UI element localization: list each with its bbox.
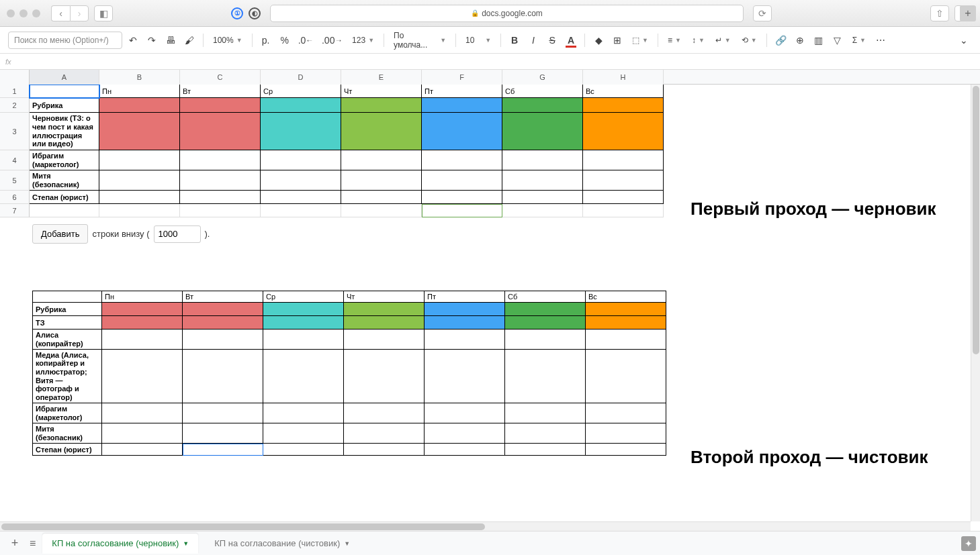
cell-C1[interactable]: Вт [180, 85, 261, 98]
row-header-7[interactable]: 7 [0, 204, 30, 217]
cell-B2[interactable] [99, 98, 180, 113]
cell-H6[interactable] [583, 191, 664, 204]
cell-D4[interactable] [261, 150, 341, 170]
italic-button[interactable]: I [525, 32, 541, 49]
cell-E5[interactable] [341, 170, 422, 191]
address-bar[interactable]: 🔒 docs.google.com [270, 5, 744, 22]
cell-A2[interactable]: Рубрика [30, 98, 99, 113]
cell-H1[interactable]: Вс [583, 85, 664, 98]
col-header-G[interactable]: G [502, 70, 583, 85]
cell-D6[interactable] [261, 191, 341, 204]
cell-A3[interactable]: Черновик (ТЗ: о чем пост и какая иллюстр… [30, 113, 99, 150]
sheet-tab-active[interactable]: КП на согласование (черновик) ▼ [42, 534, 198, 554]
vertical-scrollbar[interactable] [971, 85, 980, 521]
col-header-B[interactable]: B [99, 70, 180, 85]
cell-C4[interactable] [180, 150, 261, 170]
col-header-H[interactable]: H [583, 70, 664, 85]
cell-A5[interactable]: Митя (безопасник) [30, 170, 99, 191]
sheet-tab-inactive[interactable]: КП на согласование (чистовик) ▼ [205, 534, 359, 554]
more-button[interactable]: ⋯ [873, 32, 889, 49]
strike-button[interactable]: S [544, 32, 560, 49]
sidebar-toggle[interactable]: ◧ [94, 5, 113, 21]
menu-search[interactable]: Поиск по меню (Option+/) [8, 32, 122, 49]
col-header-D[interactable]: D [261, 70, 341, 85]
cell-F2[interactable] [422, 98, 502, 113]
cell-B4[interactable] [99, 150, 180, 170]
cell-B3[interactable] [99, 113, 180, 150]
extension-icon-2[interactable]: ◐ [249, 7, 261, 19]
cell-B7[interactable] [99, 204, 180, 217]
cell-E7[interactable] [341, 204, 422, 217]
row-header-4[interactable]: 4 [0, 150, 30, 170]
functions-button[interactable]: Σ▼ [848, 32, 870, 49]
valign-button[interactable]: ↕▼ [688, 32, 709, 49]
horizontal-scrollbar[interactable] [0, 521, 971, 531]
cell-G2[interactable] [502, 98, 583, 113]
formula-input[interactable] [26, 57, 975, 66]
halign-button[interactable]: ≡▼ [664, 32, 685, 49]
cell-C7[interactable] [180, 204, 261, 217]
new-tab-button[interactable]: + [960, 5, 976, 21]
row-header-3[interactable]: 3 [0, 113, 30, 150]
cell-E4[interactable] [341, 150, 422, 170]
cell-H4[interactable] [583, 150, 664, 170]
increase-decimal[interactable]: .00→ [319, 32, 345, 49]
row-header-6[interactable]: 6 [0, 191, 30, 204]
cell-F4[interactable] [422, 150, 502, 170]
collapse-toolbar[interactable]: ⌄ [956, 32, 972, 49]
cell-D3[interactable] [261, 113, 341, 150]
cell-A1[interactable] [30, 85, 99, 98]
format-select[interactable]: 123▼ [348, 32, 378, 49]
row-header-5[interactable]: 5 [0, 170, 30, 191]
add-sheet-button[interactable]: + [7, 536, 23, 550]
cell-C6[interactable] [180, 191, 261, 204]
cell-A4[interactable]: Ибрагим (маркетолог) [30, 150, 99, 170]
cell-D1[interactable]: Ср [261, 85, 341, 98]
cell-G7[interactable] [502, 204, 583, 217]
cell-D5[interactable] [261, 170, 341, 191]
cell-C3[interactable] [180, 113, 261, 150]
close-window[interactable] [7, 9, 15, 17]
cell-D7[interactable] [261, 204, 341, 217]
chevron-down-icon[interactable]: ▼ [344, 540, 350, 547]
cell-E2[interactable] [341, 98, 422, 113]
cell-C5[interactable] [180, 170, 261, 191]
percent-button[interactable]: % [277, 32, 293, 49]
cell-D2[interactable] [261, 98, 341, 113]
cell-E1[interactable]: Чт [341, 85, 422, 98]
undo-button[interactable]: ↶ [125, 32, 141, 49]
maximize-window[interactable] [32, 9, 40, 17]
cell-F3[interactable] [422, 113, 502, 150]
all-sheets-button[interactable]: ≡ [30, 538, 36, 550]
cell-E6[interactable] [341, 191, 422, 204]
merge-button[interactable]: ⬚▼ [628, 32, 652, 49]
select-all-corner[interactable] [0, 70, 30, 85]
cell-F7[interactable] [422, 204, 502, 217]
explore-button[interactable]: ✦ [961, 536, 976, 551]
cell-H5[interactable] [583, 170, 664, 191]
add-rows-input[interactable] [154, 225, 201, 243]
cell-F1[interactable]: Пт [422, 85, 502, 98]
link-button[interactable]: 🔗 [772, 32, 789, 49]
cell-H2[interactable] [583, 98, 664, 113]
extension-icon-1[interactable]: ① [231, 7, 243, 19]
font-size-select[interactable]: 10▼ [461, 32, 495, 49]
cell-G1[interactable]: Сб [502, 85, 583, 98]
row-header-2[interactable]: 2 [0, 98, 30, 113]
col-header-A[interactable]: A [30, 70, 99, 85]
col-header-F[interactable]: F [422, 70, 502, 85]
cell-E3[interactable] [341, 113, 422, 150]
cell-G3[interactable] [502, 113, 583, 150]
filter-button[interactable]: ▽ [830, 32, 846, 49]
cell-H7[interactable] [583, 204, 664, 217]
cell-B5[interactable] [99, 170, 180, 191]
chevron-down-icon[interactable]: ▼ [183, 540, 189, 547]
paint-format-button[interactable]: 🖌 [181, 32, 197, 49]
row-header-1[interactable]: 1 [0, 85, 30, 98]
fill-color-button[interactable]: ◆ [590, 32, 607, 49]
cell-B6[interactable] [99, 191, 180, 204]
redo-button[interactable]: ↷ [144, 32, 160, 49]
col-header-E[interactable]: E [341, 70, 422, 85]
cell-G6[interactable] [502, 191, 583, 204]
currency-button[interactable]: р. [258, 32, 274, 49]
